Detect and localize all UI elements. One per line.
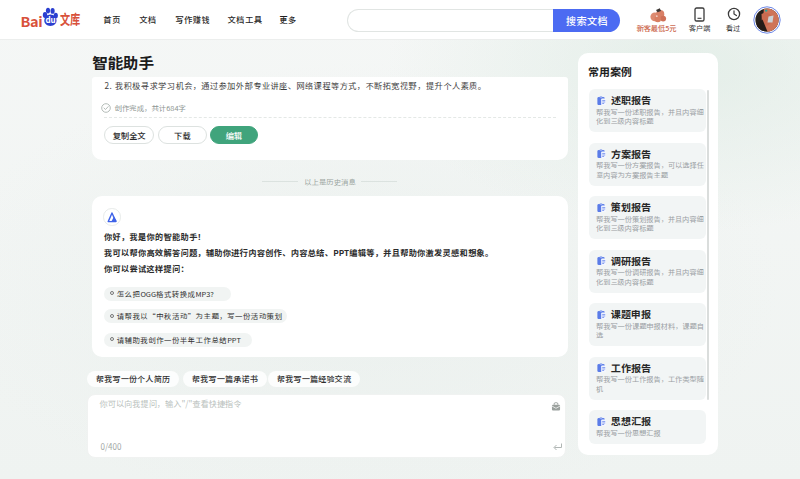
svg-text:du: du (45, 14, 55, 25)
